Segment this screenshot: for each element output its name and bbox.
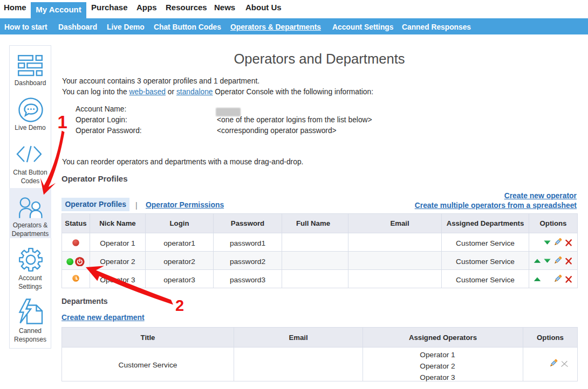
svg-text:2: 2 <box>175 297 184 314</box>
